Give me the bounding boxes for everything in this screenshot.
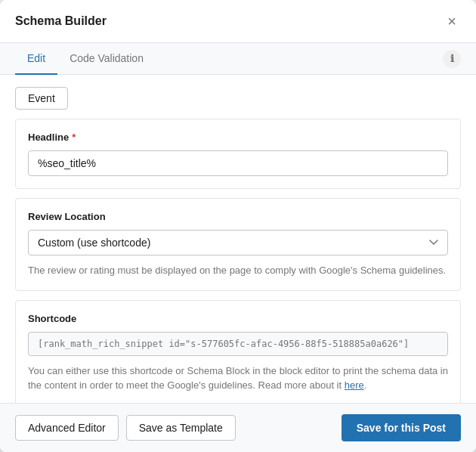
modal-header: Schema Builder × (0, 0, 476, 43)
modal-title: Schema Builder (15, 14, 107, 28)
shortcode-helper-text: You can either use this shortcode or Sch… (28, 364, 448, 393)
tab-edit[interactable]: Edit (15, 43, 57, 75)
required-star: * (72, 132, 76, 143)
schema-builder-modal: Schema Builder × Edit Code Validation ℹ … (0, 0, 476, 452)
here-link[interactable]: here (345, 379, 364, 391)
shortcode-input[interactable] (28, 332, 448, 356)
save-post-button[interactable]: Save for this Post (342, 414, 461, 441)
shortcode-label: Shortcode (28, 313, 448, 324)
headline-input[interactable] (28, 150, 448, 176)
tab-code-validation[interactable]: Code Validation (57, 43, 156, 75)
review-location-label: Review Location (28, 211, 448, 222)
event-type-button[interactable]: Event (15, 87, 68, 110)
advanced-editor-button[interactable]: Advanced Editor (15, 415, 119, 441)
modal-footer: Advanced Editor Save as Template Save fo… (0, 403, 476, 452)
review-location-select[interactable]: Custom (use shortcode) Other (28, 230, 448, 255)
close-button[interactable]: × (443, 12, 461, 30)
review-location-section: Review Location Custom (use shortcode) O… (15, 198, 461, 291)
shortcode-section: Shortcode You can either use this shortc… (15, 300, 461, 404)
event-type-container: Event (15, 87, 461, 110)
tabs-bar: Edit Code Validation ℹ (0, 43, 476, 75)
modal-body: Event Headline * Review Location Custom … (0, 75, 476, 403)
review-location-helper: The review or rating must be displayed o… (28, 263, 448, 278)
headline-label: Headline * (28, 132, 448, 143)
info-icon[interactable]: ℹ (443, 50, 461, 68)
save-template-button[interactable]: Save as Template (126, 415, 236, 441)
footer-left-actions: Advanced Editor Save as Template (15, 415, 236, 441)
headline-section: Headline * (15, 119, 461, 189)
